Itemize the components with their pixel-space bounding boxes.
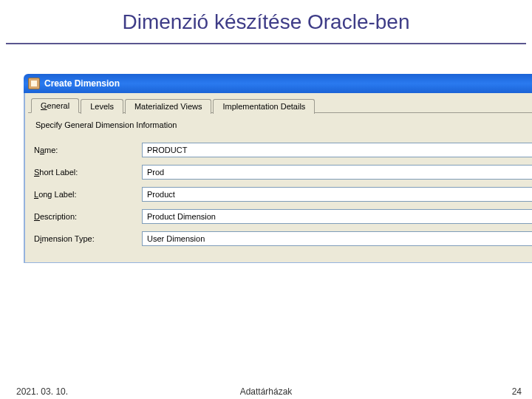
- dimension-icon: [28, 78, 40, 89]
- client-area: General Levels Materialized Views Implem…: [24, 93, 532, 263]
- label-name: Name:: [34, 146, 142, 154]
- row-long-label: Long Label:: [34, 187, 532, 202]
- footer-date: 2021. 03. 10.: [16, 386, 68, 397]
- panel-general: Specify General Dimension Information Na…: [28, 112, 532, 262]
- row-name: Name:: [34, 143, 532, 157]
- tab-general-rest: eneral: [47, 101, 70, 110]
- divider: [6, 43, 526, 44]
- slide-title: Dimenzió készítése Oracle-ben: [0, 0, 532, 34]
- titlebar: Create Dimension: [24, 74, 532, 93]
- label-description: Description:: [34, 212, 142, 221]
- window-title: Create Dimension: [44, 78, 120, 89]
- input-description[interactable]: [142, 209, 532, 224]
- window: Create Dimension General Levels Material…: [24, 74, 532, 263]
- tab-materialized[interactable]: Materialized Views: [125, 99, 212, 114]
- footer-title: Adattárházak: [240, 386, 293, 397]
- footer-page: 24: [512, 386, 522, 397]
- tab-implementation[interactable]: Implementation Details: [213, 99, 315, 114]
- label-long: Long Label:: [34, 190, 142, 199]
- section-legend: Specify General Dimension Information: [35, 120, 532, 129]
- row-dimension-type: Dimension Type:: [34, 231, 532, 246]
- select-dimension-type[interactable]: [142, 231, 532, 246]
- input-long-label[interactable]: [142, 187, 532, 202]
- tab-bar: General Levels Materialized Views Implem…: [28, 98, 532, 112]
- label-dimension-type: Dimension Type:: [34, 234, 142, 243]
- row-description: Description:: [34, 209, 532, 224]
- tab-general[interactable]: General: [31, 98, 79, 113]
- tab-levels[interactable]: Levels: [81, 99, 123, 114]
- label-short: Short Label:: [34, 168, 142, 177]
- input-name[interactable]: [142, 143, 532, 157]
- row-short-label: Short Label:: [34, 165, 532, 180]
- input-short-label[interactable]: [142, 165, 532, 180]
